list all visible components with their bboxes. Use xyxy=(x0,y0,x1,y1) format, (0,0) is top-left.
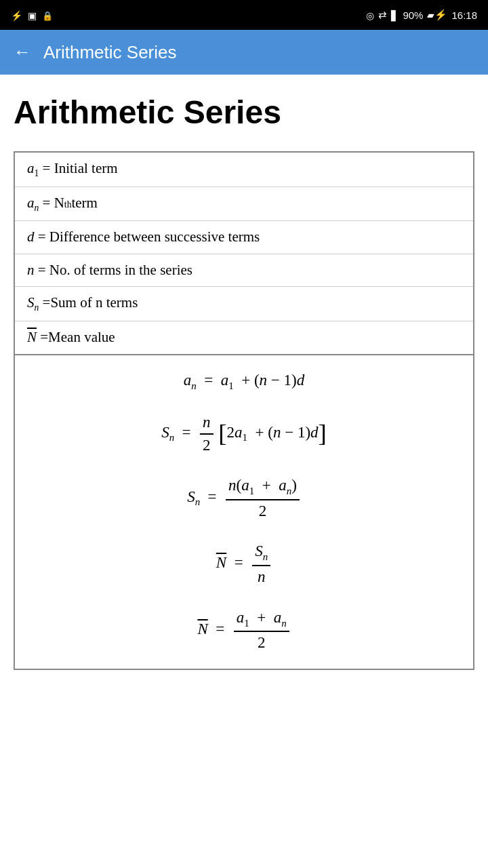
page-title: Arithmetic Series xyxy=(14,94,474,131)
def-row-n: n = No. of terms in the series xyxy=(15,254,473,288)
content-area: Arithmetic Series a1 = Initial term an =… xyxy=(0,75,488,690)
photo-icon xyxy=(28,9,37,21)
formulas-section: an = a1 + (n − 1)d Sn = n 2 [2a1 + (n − … xyxy=(15,355,473,669)
formula-mean-2: N = a1 + an 2 xyxy=(197,608,290,652)
def-symbol: a1 xyxy=(27,158,39,181)
def-symbol: d xyxy=(27,226,35,248)
app-bar-title: Arithmetic Series xyxy=(43,42,177,63)
battery-percent: 90% xyxy=(403,9,423,21)
battery-icon: ⚡ xyxy=(427,9,447,21)
def-symbol: N xyxy=(27,327,37,349)
app-bar: ← Arithmetic Series xyxy=(0,30,488,75)
def-symbol: an xyxy=(27,193,39,216)
def-row-sn: Sn =Sum of n terms xyxy=(15,287,473,321)
def-row-an: an = Nth term xyxy=(15,187,473,222)
back-button[interactable]: ← xyxy=(14,42,31,62)
definitions-section: a1 = Initial term an = Nth term d = Diff… xyxy=(15,153,473,355)
status-icons-left xyxy=(11,9,53,21)
formula-mean-1: N = Sn n xyxy=(216,542,272,586)
status-icons-right: 90% ⚡ 16:18 xyxy=(366,9,477,21)
def-row-d: d = Difference between successive terms xyxy=(15,221,473,254)
clock: 16:18 xyxy=(451,9,477,21)
status-bar: 90% ⚡ 16:18 xyxy=(0,0,488,30)
def-row-a1: a1 = Initial term xyxy=(15,153,473,187)
formula-sn-2: Sn = n(a1 + an) 2 xyxy=(187,476,301,520)
sync-icon xyxy=(378,9,387,21)
usb-icon xyxy=(11,9,22,21)
signal-icon xyxy=(391,9,399,21)
formula-an: an = a1 + (n − 1)d xyxy=(184,372,304,392)
def-symbol: n xyxy=(27,260,35,281)
def-row-N-bar: N =Mean value xyxy=(15,321,473,354)
main-content-table: a1 = Initial term an = Nth term d = Diff… xyxy=(14,151,474,670)
def-symbol: Sn xyxy=(27,292,39,315)
alarm-icon xyxy=(366,9,374,21)
formula-sn-1: Sn = n 2 [2a1 + (n − 1)d] xyxy=(161,413,327,454)
lock-icon xyxy=(42,9,53,21)
